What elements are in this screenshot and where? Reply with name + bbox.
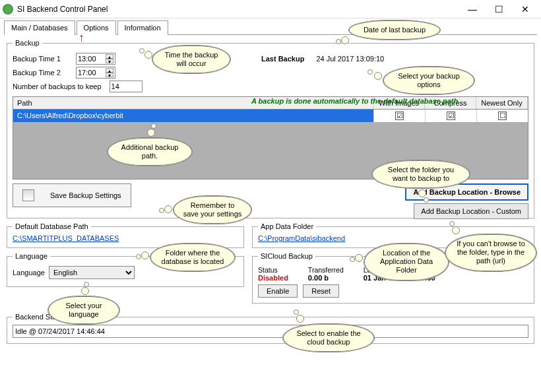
appdata-path-link[interactable]: C:\ProgramData\sibackend (258, 234, 345, 242)
newest-only-checkbox[interactable]: ☐ (498, 112, 507, 120)
backup-time2-label: Backup Time 2 (13, 69, 72, 77)
backup-group: Backup Backup Time 1 ▲▼ Backup Time 2 ▲▼… (7, 39, 534, 218)
language-select[interactable]: English (49, 266, 135, 279)
language-label: Language (13, 269, 45, 277)
col-newest-only[interactable]: Newest Only (476, 97, 528, 109)
backup-time1-label: Backup Time 1 (13, 55, 72, 63)
keep-label: Number of backups to keep (13, 82, 102, 90)
backup-time2-input[interactable]: ▲▼ (76, 67, 115, 79)
table-row[interactable]: C:\Users\Alfred\Dropbox\cyberbit ☑ ☑ ☐ (13, 110, 528, 122)
app-icon (3, 4, 13, 15)
tab-main-databases[interactable]: Main / Databases (4, 20, 75, 35)
with-images-checkbox[interactable]: ☑ (395, 112, 404, 120)
cloud-enable-button[interactable]: Enable (258, 284, 298, 298)
close-button[interactable]: ✕ (512, 1, 538, 17)
backup-paths-table: Path With Images Compress Newest Only C:… (13, 96, 528, 180)
add-backup-custom-button[interactable]: Add Backup Location - Custom (414, 203, 528, 219)
default-db-path-link[interactable]: C:\SMARTITPLUS_DATABASES (13, 234, 119, 242)
cloud-last-upload: 01 Jan 0001 00:00:00 (364, 274, 435, 282)
spinner-up-icon[interactable]: ▲ (106, 68, 113, 73)
tabbar: Main / Databases Options Information (4, 20, 537, 35)
add-backup-browse-button[interactable]: Add Backup Location - Browse (405, 183, 528, 201)
spinner-up-icon[interactable]: ▲ (106, 54, 113, 59)
backend-status-group: Backend Status (7, 313, 534, 344)
default-db-group: Default Database Path C:\SMARTITPLUS_DAT… (7, 222, 244, 248)
spinner-down-icon[interactable]: ▼ (106, 73, 113, 77)
tab-information[interactable]: Information (117, 20, 168, 35)
maximize-button[interactable]: ☐ (486, 1, 512, 17)
save-backup-settings-button[interactable]: Save Backup Settings (13, 183, 131, 207)
language-group: Language Language English (7, 252, 244, 287)
spinner-down-icon[interactable]: ▼ (106, 59, 113, 63)
backend-status-input[interactable] (13, 325, 528, 338)
backup-legend: Backup (13, 39, 42, 47)
appdata-group: App Data Folder C:\ProgramData\sibackend (252, 222, 534, 248)
auto-backup-note: A backup is done automatically to the de… (251, 97, 458, 105)
save-icon (22, 189, 34, 201)
tab-options[interactable]: Options (77, 20, 116, 35)
cloud-status: Disabled (258, 274, 288, 282)
cloud-transferred: 0.00 b (308, 274, 344, 282)
compress-checkbox[interactable]: ☑ (447, 112, 455, 120)
backup-time1-input[interactable]: ▲▼ (76, 53, 115, 65)
keep-input[interactable] (110, 81, 143, 92)
window-title: SI Backend Control Panel (17, 5, 459, 14)
last-backup: Last Backup24 Jul 2017 13:09:10 (261, 55, 384, 63)
titlebar: SI Backend Control Panel — ☐ ✕ (0, 0, 541, 18)
minimize-button[interactable]: — (459, 1, 486, 17)
path-cell: C:\Users\Alfred\Dropbox\cyberbit (13, 110, 373, 122)
cloud-reset-button[interactable]: Reset (303, 284, 339, 298)
cloud-group: SICloud Backup StatusDisabled Transferre… (252, 252, 534, 304)
